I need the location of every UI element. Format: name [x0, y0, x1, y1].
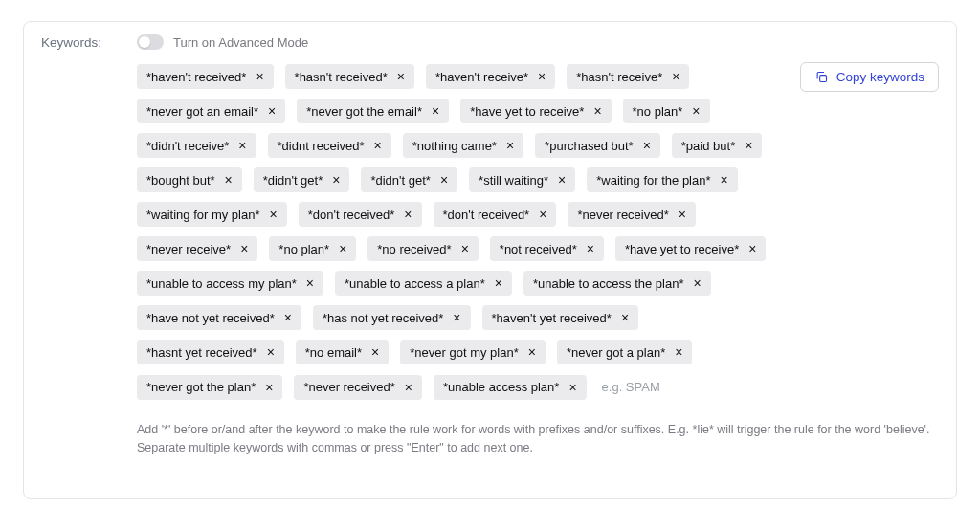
keyword-tag: *don't received*× [434, 202, 557, 227]
keywords-tag-container[interactable]: *haven't received*×*hasn't received*×*ha… [137, 62, 939, 408]
keyword-tag: *didn't get*× [361, 167, 457, 192]
keyword-tag: *never got the email*× [297, 99, 449, 123]
advanced-mode-label: Turn on Advanced Mode [173, 35, 308, 50]
keyword-tag: *unable to access a plan*× [335, 271, 512, 296]
remove-tag-icon[interactable]: × [493, 276, 504, 290]
remove-tag-icon[interactable]: × [282, 311, 294, 324]
remove-tag-icon[interactable]: × [402, 208, 413, 221]
label-column: Keywords: [41, 32, 118, 51]
remove-tag-icon[interactable]: × [372, 139, 384, 152]
keyword-tag-text: *didn't get* [370, 174, 430, 187]
remove-tag-icon[interactable]: × [641, 139, 653, 152]
keyword-tag: *never got my plan*× [400, 340, 546, 364]
keyword-tag: *hasn't receive*× [567, 64, 689, 89]
remove-tag-icon[interactable]: × [619, 311, 631, 324]
remove-tag-icon[interactable]: × [268, 208, 279, 221]
keyword-tag: *haven't received*× [137, 64, 274, 89]
copy-keywords-button[interactable]: Copy keywords [800, 62, 939, 92]
keyword-tag-text: *never got an email* [146, 105, 258, 118]
remove-tag-icon[interactable]: × [254, 70, 265, 83]
remove-tag-icon[interactable]: × [337, 242, 348, 255]
keyword-tag-text: *never got the plan* [146, 381, 256, 393]
keyword-tag: *don't received*× [299, 202, 422, 227]
keyword-tag: *no email*× [296, 340, 389, 364]
advanced-mode-toggle[interactable] [137, 34, 164, 50]
remove-tag-icon[interactable]: × [690, 104, 702, 118]
keyword-tag-text: *unable to access my plan* [146, 277, 297, 290]
keywords-card: Keywords: Turn on Advanced Mode *haven't… [23, 21, 957, 499]
remove-tag-icon[interactable]: × [451, 311, 462, 324]
remove-tag-icon[interactable]: × [504, 139, 516, 152]
remove-tag-icon[interactable]: × [266, 104, 278, 118]
remove-tag-icon[interactable]: × [591, 104, 603, 118]
keyword-tag-text: *no plan* [278, 243, 329, 255]
keyword-tag: *waiting for the plan*× [587, 167, 737, 192]
keyword-tag: *didn't receive*× [137, 133, 256, 158]
remove-tag-icon[interactable]: × [369, 345, 381, 359]
keyword-tag-text: *don't received* [308, 209, 395, 221]
keyword-tag: *has not yet received*× [313, 305, 471, 330]
remove-tag-icon[interactable]: × [677, 208, 688, 221]
keyword-tag: *still waiting*× [469, 167, 575, 192]
remove-tag-icon[interactable]: × [691, 276, 702, 290]
keyword-tag: *never got a plan*× [557, 340, 693, 364]
remove-tag-icon[interactable]: × [743, 139, 754, 152]
remove-tag-icon[interactable]: × [265, 345, 277, 359]
keyword-tag-text: *still waiting* [479, 174, 548, 187]
keyword-tag: *didn't get*× [254, 167, 350, 192]
keyword-tag-text: *has not yet received* [323, 312, 443, 324]
remove-tag-icon[interactable]: × [536, 70, 547, 83]
keyword-tag-text: *hasnt yet received* [146, 346, 257, 359]
keyword-tag: *nothing came*× [403, 133, 523, 158]
remove-tag-icon[interactable]: × [537, 208, 548, 221]
keyword-input[interactable] [598, 374, 767, 400]
keyword-tag-text: *paid but* [681, 140, 735, 152]
keyword-tag-text: *never receive* [146, 243, 231, 255]
keyword-tag-text: *haven't receive* [435, 71, 528, 83]
keyword-tag-text: *haven't received* [146, 71, 246, 83]
keyword-tag-text: *waiting for my plan* [146, 209, 260, 221]
remove-tag-icon[interactable]: × [263, 381, 275, 394]
remove-tag-icon[interactable]: × [556, 173, 568, 187]
keyword-tag-text: *never got a plan* [567, 346, 665, 359]
keyword-tag: *unable to access my plan*× [137, 271, 323, 296]
remove-tag-icon[interactable]: × [459, 242, 471, 255]
remove-tag-icon[interactable]: × [719, 173, 730, 187]
keyword-tag-text: *not received* [500, 243, 577, 255]
copy-keywords-label: Copy keywords [836, 70, 924, 84]
keyword-tag: *no received*× [368, 236, 479, 261]
keyword-tag-text: *no received* [377, 243, 451, 255]
remove-tag-icon[interactable]: × [670, 70, 681, 83]
remove-tag-icon[interactable]: × [430, 104, 441, 118]
remove-tag-icon[interactable]: × [403, 381, 414, 394]
help-text: Add '*' before or/and after the keyword … [41, 421, 939, 458]
remove-tag-icon[interactable]: × [526, 345, 538, 359]
remove-tag-icon[interactable]: × [238, 242, 250, 255]
keyword-tag: *unable to access the plan*× [523, 271, 711, 296]
keyword-tag-text: *no plan* [633, 105, 683, 118]
keyword-tag-text: *didn't receive* [146, 140, 229, 152]
keyword-tag: *purchased but*× [535, 133, 660, 158]
keyword-tag: *hasn't received*× [285, 64, 414, 89]
remove-tag-icon[interactable]: × [395, 70, 407, 83]
remove-tag-icon[interactable]: × [438, 173, 450, 187]
keyword-tag: *waiting for my plan*× [137, 202, 287, 227]
remove-tag-icon[interactable]: × [223, 173, 234, 187]
keyword-tag-text: *didn't get* [263, 174, 323, 187]
keyword-tag-text: *nothing came* [412, 140, 497, 152]
remove-tag-icon[interactable]: × [236, 139, 248, 152]
keyword-tag-text: *never received* [577, 209, 668, 221]
keyword-tag: *bought but*× [137, 167, 242, 192]
keyword-tag: *haven't receive*× [426, 64, 555, 89]
remove-tag-icon[interactable]: × [304, 276, 316, 290]
remove-tag-icon[interactable]: × [746, 242, 758, 255]
remove-tag-icon[interactable]: × [330, 173, 342, 187]
remove-tag-icon[interactable]: × [567, 381, 578, 394]
keyword-tag-text: *never got my plan* [410, 346, 518, 359]
svg-rect-0 [819, 76, 826, 82]
copy-icon [814, 70, 829, 84]
keyword-tag: *never received*× [294, 375, 422, 400]
remove-tag-icon[interactable]: × [585, 242, 596, 255]
remove-tag-icon[interactable]: × [673, 345, 684, 359]
keyword-tag: *unable access plan*× [434, 375, 587, 400]
